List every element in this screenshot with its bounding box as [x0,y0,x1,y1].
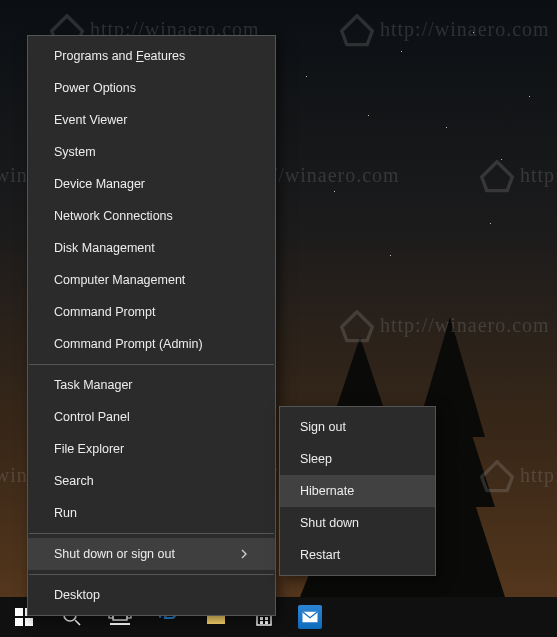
menu-item-label: File Explorer [54,442,124,456]
menu-item-command-prompt[interactable]: Command Prompt [28,296,275,328]
submenu-item-sleep[interactable]: Sleep [280,443,435,475]
taskbar-app-mail[interactable] [288,597,332,637]
submenu-item-hibernate[interactable]: Hibernate [280,475,435,507]
menu-separator [29,533,274,534]
menu-item-label: Search [54,474,94,488]
svg-rect-9 [15,608,23,616]
svg-rect-18 [110,623,130,625]
svg-line-14 [75,620,80,625]
submenu-item-label: Sign out [300,420,346,434]
submenu-item-shut-down[interactable]: Shut down [280,507,435,539]
menu-separator [29,574,274,575]
menu-item-label: Desktop [54,588,100,602]
chevron-right-icon [239,549,249,559]
menu-item-label: Disk Management [54,241,155,255]
submenu-item-label: Hibernate [300,484,354,498]
menu-item-network-connections[interactable]: Network Connections [28,200,275,232]
menu-item-label: System [54,145,96,159]
power-user-menu: Programs and Features Power Options Even… [27,35,276,616]
menu-item-shut-down-or-sign-out[interactable]: Shut down or sign out [28,538,275,570]
svg-rect-12 [25,618,33,626]
svg-rect-11 [15,618,23,626]
submenu-item-label: Restart [300,548,340,562]
menu-item-label: Task Manager [54,378,133,392]
menu-item-task-manager[interactable]: Task Manager [28,369,275,401]
menu-item-label: Network Connections [54,209,173,223]
menu-item-command-prompt-admin[interactable]: Command Prompt (Admin) [28,328,275,360]
menu-item-programs-and-features[interactable]: Programs and Features [28,40,275,72]
svg-rect-24 [265,617,268,620]
menu-item-label: Command Prompt (Admin) [54,337,203,351]
submenu-item-sign-out[interactable]: Sign out [280,411,435,443]
menu-item-run[interactable]: Run [28,497,275,529]
menu-item-label: Event Viewer [54,113,127,127]
menu-item-label: Programs and Features [54,49,185,63]
submenu-item-restart[interactable]: Restart [280,539,435,571]
menu-item-label: Power Options [54,81,136,95]
shutdown-submenu: Sign out Sleep Hibernate Shut down Resta… [279,406,436,576]
menu-item-computer-management[interactable]: Computer Management [28,264,275,296]
menu-item-device-manager[interactable]: Device Manager [28,168,275,200]
menu-item-label: Control Panel [54,410,130,424]
menu-item-search[interactable]: Search [28,465,275,497]
menu-item-power-options[interactable]: Power Options [28,72,275,104]
menu-item-disk-management[interactable]: Disk Management [28,232,275,264]
menu-item-system[interactable]: System [28,136,275,168]
menu-item-label: Device Manager [54,177,145,191]
menu-item-label: Computer Management [54,273,185,287]
menu-separator [29,364,274,365]
svg-rect-23 [260,617,263,620]
menu-item-label: Command Prompt [54,305,155,319]
menu-item-label: Run [54,506,77,520]
menu-item-file-explorer[interactable]: File Explorer [28,433,275,465]
menu-item-label: Shut down or sign out [54,547,175,561]
menu-item-control-panel[interactable]: Control Panel [28,401,275,433]
svg-rect-26 [265,621,268,624]
submenu-item-label: Sleep [300,452,332,466]
svg-rect-25 [260,621,263,624]
mail-icon [298,605,322,629]
menu-item-event-viewer[interactable]: Event Viewer [28,104,275,136]
submenu-item-label: Shut down [300,516,359,530]
menu-item-desktop[interactable]: Desktop [28,579,275,611]
